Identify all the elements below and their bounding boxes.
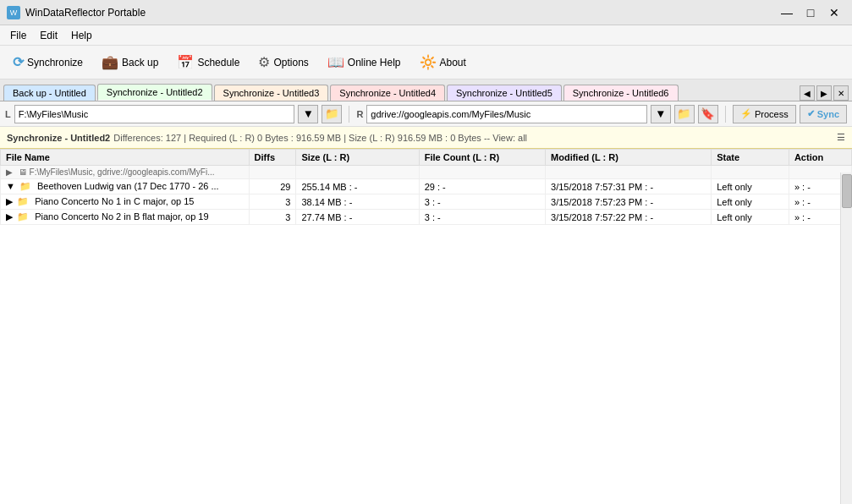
root-filecount-cell	[419, 166, 545, 179]
schedule-icon: 📅	[177, 54, 194, 70]
table-header-row: File Name Diffs Size (L : R) File Count …	[1, 150, 852, 166]
right-browse-button[interactable]: ▼	[651, 105, 671, 123]
state-cell: Left only	[712, 194, 789, 210]
state-cell: Left only	[712, 210, 789, 225]
schedule-button[interactable]: 📅 Schedule	[169, 50, 247, 74]
col-header-action[interactable]: Action	[789, 150, 851, 166]
title-bar: W WinDataReflector Portable — □ ✕	[0, 0, 852, 25]
modified-cell: 3/15/2018 7:57:31 PM : -	[546, 179, 712, 194]
state-cell: Left only	[712, 179, 789, 194]
right-path-label: R	[356, 109, 363, 119]
size-cell: 255.14 MB : -	[296, 179, 419, 194]
root-expand-icon[interactable]: ▶	[6, 167, 13, 177]
folder-icon: 📁	[19, 181, 31, 191]
modified-cell: 3/15/2018 7:57:23 PM : -	[546, 194, 712, 210]
about-button[interactable]: 🔆 About	[412, 50, 474, 74]
synchronize-button[interactable]: ⟳ Synchronize	[5, 50, 91, 74]
root-size-cell	[296, 166, 419, 179]
view-options-icon[interactable]: ☰	[837, 132, 845, 143]
col-header-filename[interactable]: File Name	[1, 150, 250, 166]
tab-sync6[interactable]: Synchronize - Untitled6	[563, 85, 679, 101]
backup-icon: 💼	[102, 54, 118, 70]
tab-backup[interactable]: Back up - Untitled	[3, 85, 96, 101]
scrollbar-thumb[interactable]	[842, 174, 852, 208]
right-folder-button[interactable]: 📁	[674, 105, 695, 123]
table-row: ▶ 📁 Piano Concerto No 1 in C major, op 1…	[1, 194, 852, 210]
modified-cell: 3/15/2018 7:57:22 PM : -	[546, 210, 712, 225]
folder-icon: 📁	[17, 211, 29, 222]
size-cell: 27.74 MB : -	[296, 210, 419, 225]
col-header-filecount[interactable]: File Count (L : R)	[419, 150, 545, 166]
path-divider	[349, 106, 349, 123]
checkmark-icon: ✔	[807, 108, 815, 119]
backup-button[interactable]: 💼 Back up	[94, 50, 166, 74]
main-area: File Name Diffs Size (L : R) File Count …	[0, 149, 852, 504]
left-folder-button[interactable]: 📁	[322, 105, 342, 123]
process-button[interactable]: ⚡ Process	[733, 105, 796, 123]
synchronize-icon: ⟳	[13, 54, 24, 70]
filecount-cell: 29 : -	[419, 179, 545, 194]
tabs-bar: Back up - Untitled Synchronize - Untitle…	[0, 79, 852, 101]
diffs-cell: 29	[249, 179, 296, 194]
table-row: ▼ 📁 Beethoven Ludwig van (17 Dec 1770 - …	[1, 179, 852, 194]
col-header-state[interactable]: State	[712, 150, 789, 166]
tabs-nav: ◀ ▶ ✕	[800, 85, 849, 101]
info-bar: Synchronize - Untitled2 Differences: 127…	[0, 127, 852, 149]
file-name-cell: ▶ 📁 Piano Concerto No 1 in C major, op 1…	[1, 194, 250, 210]
table-row: ▶ 🖥 F:\MyFiles\Music, gdrive://googleapi…	[1, 166, 852, 179]
sync-now-button[interactable]: ✔ Sync	[800, 105, 847, 123]
left-path-input[interactable]	[14, 105, 295, 123]
file-table-container: File Name Diffs Size (L : R) File Count …	[0, 149, 852, 504]
tabs-next-button[interactable]: ▶	[816, 85, 832, 101]
tab-sync5[interactable]: Synchronize - Untitled5	[447, 85, 562, 101]
info-session-title: Synchronize - Untitled2	[7, 133, 110, 143]
file-name-cell: ▶ 📁 Piano Concerto No 2 in B flat major,…	[1, 210, 250, 225]
col-header-modified[interactable]: Modified (L : R)	[546, 150, 712, 166]
app-icon: W	[7, 6, 20, 19]
options-icon: ⚙	[258, 54, 270, 70]
toolbar: ⟳ Synchronize 💼 Back up 📅 Schedule ⚙ Opt…	[0, 46, 852, 79]
online-help-button[interactable]: 📖 Online Help	[320, 50, 409, 74]
lightning-icon: ⚡	[740, 108, 752, 119]
bookmark-button[interactable]: 🔖	[698, 105, 718, 123]
expand-icon[interactable]: ▼	[6, 181, 17, 191]
menu-bar: File Edit Help	[0, 25, 852, 46]
close-button[interactable]: ✕	[823, 4, 845, 21]
col-header-diffs[interactable]: Diffs	[249, 150, 296, 166]
maximize-button[interactable]: □	[800, 4, 822, 21]
root-path-icon: 🖥	[19, 167, 27, 177]
filecount-cell: 3 : -	[419, 194, 545, 210]
file-table: File Name Diffs Size (L : R) File Count …	[0, 149, 852, 225]
left-browse-button[interactable]: ▼	[298, 105, 318, 123]
diffs-cell: 3	[249, 210, 296, 225]
menu-file[interactable]: File	[3, 28, 33, 43]
folder-icon: 📁	[17, 196, 29, 206]
path-bar: L ▼ 📁 R ▼ 📁 🔖 ⚡ Process ✔ Sync	[0, 101, 852, 127]
expand-icon[interactable]: ▶	[6, 196, 14, 206]
filecount-cell: 3 : -	[419, 210, 545, 225]
col-header-size[interactable]: Size (L : R)	[296, 150, 419, 166]
menu-help[interactable]: Help	[64, 28, 99, 43]
root-state-cell	[712, 166, 789, 179]
vertical-scrollbar[interactable]	[840, 173, 852, 504]
minimize-button[interactable]: —	[776, 4, 798, 21]
right-path-input[interactable]	[366, 105, 647, 123]
file-table-scroll[interactable]: File Name Diffs Size (L : R) File Count …	[0, 149, 852, 335]
info-differences: Differences: 127 | Required (L : R) 0 By…	[113, 133, 527, 143]
left-path-label: L	[5, 109, 11, 119]
root-diffs-cell	[249, 166, 296, 179]
table-row: ▶ 📁 Piano Concerto No 2 in B flat major,…	[1, 210, 852, 225]
app-title: WinDataReflector Portable	[25, 7, 146, 19]
tabs-prev-button[interactable]: ◀	[800, 85, 815, 101]
tabs-close-button[interactable]: ✕	[833, 85, 849, 101]
expand-icon[interactable]: ▶	[6, 211, 14, 222]
menu-edit[interactable]: Edit	[33, 28, 64, 43]
help-icon: 📖	[327, 54, 344, 70]
file-name-cell: ▼ 📁 Beethoven Ludwig van (17 Dec 1770 - …	[1, 179, 250, 194]
diffs-cell: 3	[249, 194, 296, 210]
options-button[interactable]: ⚙ Options	[250, 50, 316, 74]
tab-sync4[interactable]: Synchronize - Untitled4	[330, 85, 445, 101]
path-divider-2	[725, 106, 726, 123]
tab-sync2[interactable]: Synchronize - Untitled2	[97, 84, 212, 101]
tab-sync3[interactable]: Synchronize - Untitled3	[214, 85, 329, 101]
